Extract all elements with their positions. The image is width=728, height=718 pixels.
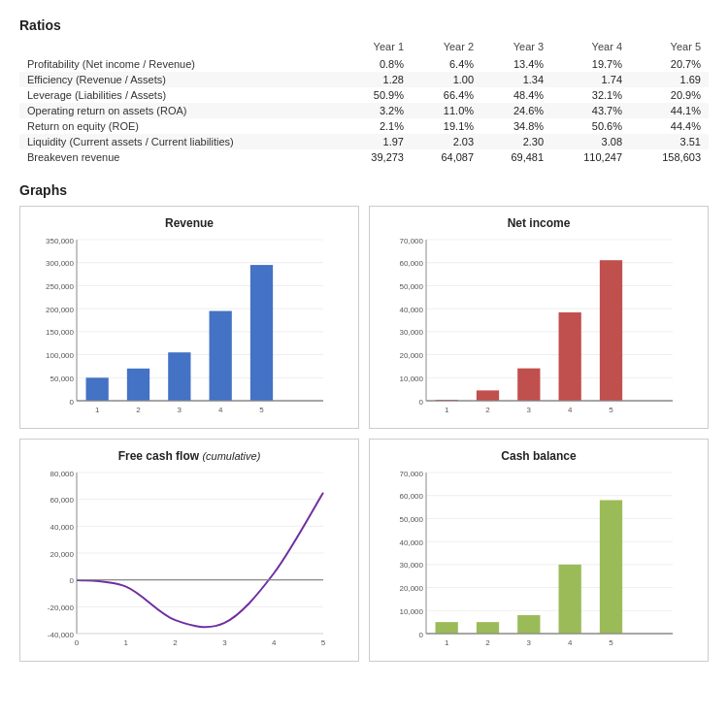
svg-rect-19 [168,352,190,401]
ratio-value: 19.7% [551,56,630,72]
ratio-value: 44.1% [630,103,709,118]
svg-rect-98 [517,615,540,634]
free-cash-flow-chart-title: Free cash flow (cumulative) [30,449,348,463]
svg-rect-48 [559,312,581,401]
svg-text:20,000: 20,000 [400,584,424,593]
svg-rect-20 [210,311,232,401]
ratio-value: 1.69 [630,72,709,87]
ratios-col-year5: Year 5 [630,39,709,56]
svg-text:300,000: 300,000 [46,259,74,268]
ratios-col-year4: Year 4 [551,39,630,56]
ratio-value: 48.4% [481,87,551,103]
ratio-value: 2.03 [412,134,481,149]
ratio-value: 64,087 [412,149,481,165]
svg-text:4: 4 [568,406,573,414]
page: Ratios Year 1 Year 2 Year 3 Year 4 Year … [0,0,728,718]
ratio-value: 110,247 [551,149,630,165]
svg-text:5: 5 [609,406,613,414]
ratio-value: 24.6% [481,103,551,118]
svg-text:40,000: 40,000 [400,538,424,547]
svg-text:1: 1 [95,406,100,414]
ratio-label: Leverage (Liabilities / Assets) [19,87,342,103]
revenue-chart: 050,000100,000150,000200,000250,000300,0… [30,236,331,420]
svg-text:2: 2 [485,638,490,647]
svg-text:50,000: 50,000 [400,515,424,524]
ratio-value: 43.7% [551,103,630,118]
svg-text:30,000: 30,000 [400,561,424,570]
svg-text:-40,000: -40,000 [48,631,75,639]
table-row: Leverage (Liabilities / Assets)50.9%66.4… [19,87,709,103]
svg-rect-96 [436,622,458,634]
ratio-value: 3.08 [551,134,630,149]
ratio-value: 1.28 [342,72,412,87]
ratio-value: 158,603 [630,149,709,165]
table-row: Profitability (Net income / Revenue)0.8%… [19,56,709,72]
table-row: Breakeven revenue39,27364,08769,481110,2… [19,149,709,165]
svg-text:60,000: 60,000 [400,492,424,501]
ratio-label: Profitability (Net income / Revenue) [19,56,342,72]
svg-text:40,000: 40,000 [50,523,75,532]
svg-text:10,000: 10,000 [400,375,424,383]
ratio-value: 39,273 [342,149,412,165]
ratio-value: 13.4% [481,56,551,72]
svg-rect-49 [600,260,622,401]
ratios-col-year2: Year 2 [412,39,481,56]
free-cash-flow-chart: -40,000-20,000020,00040,00060,00080,000 … [30,469,331,653]
ratio-value: 20.7% [630,56,709,72]
ratio-value: 3.51 [630,134,709,149]
graphs-grid: Revenue 050,000100,000150,000200,000250,… [19,206,709,662]
svg-text:20,000: 20,000 [50,550,75,559]
ratio-value: 50.6% [551,118,630,134]
svg-text:3: 3 [178,406,182,414]
svg-text:4: 4 [272,638,277,647]
svg-text:0: 0 [70,398,75,407]
svg-text:3: 3 [222,638,227,647]
ratios-title: Ratios [19,17,709,33]
table-row: Return on equity (ROE)2.1%19.1%34.8%50.6… [19,118,709,134]
svg-text:250,000: 250,000 [46,282,74,291]
ratio-value: 1.74 [551,72,630,87]
ratio-label: Operating return on assets (ROA) [19,103,342,118]
svg-rect-21 [250,265,273,401]
svg-text:20,000: 20,000 [400,351,424,360]
svg-text:-20,000: -20,000 [48,604,75,612]
ratio-value: 20.9% [630,87,709,103]
ratio-value: 69,481 [481,149,551,165]
svg-text:70,000: 70,000 [400,470,424,478]
svg-text:3: 3 [527,406,532,414]
svg-text:30,000: 30,000 [400,328,424,337]
svg-text:1: 1 [445,638,449,647]
graphs-title: Graphs [19,182,709,198]
ratio-value: 0.8% [342,56,412,72]
svg-text:0: 0 [419,631,424,639]
ratio-label: Return on equity (ROE) [19,118,342,134]
svg-text:60,000: 60,000 [400,259,424,268]
ratio-value: 34.8% [481,118,551,134]
revenue-chart-box: Revenue 050,000100,000150,000200,000250,… [19,206,359,429]
ratio-value: 19.1% [412,118,481,134]
ratio-value: 32.1% [551,87,630,103]
svg-text:2: 2 [485,406,490,414]
table-row: Operating return on assets (ROA)3.2%11.0… [19,103,709,118]
graphs-section: Graphs Revenue 050,000100,000150,000200,… [19,182,709,662]
svg-text:350,000: 350,000 [46,237,74,245]
svg-text:80,000: 80,000 [50,470,75,478]
svg-rect-17 [86,377,109,401]
svg-text:150,000: 150,000 [46,328,74,337]
svg-text:0: 0 [419,398,424,407]
svg-text:5: 5 [609,638,613,647]
svg-text:2: 2 [173,638,178,647]
svg-text:100,000: 100,000 [46,351,74,360]
svg-text:0: 0 [75,638,80,647]
ratio-value: 1.34 [481,72,551,87]
ratio-label: Liquidity (Current assets / Current liab… [19,134,342,149]
svg-text:4: 4 [568,638,573,647]
ratio-value: 66.4% [412,87,481,103]
svg-text:50,000: 50,000 [50,375,75,383]
ratios-col-year3: Year 3 [481,39,551,56]
ratio-value: 50.9% [342,87,412,103]
free-cash-flow-chart-box: Free cash flow (cumulative) -40,000-20,0… [19,439,359,662]
svg-rect-18 [127,369,149,401]
ratio-value: 1.97 [342,134,412,149]
ratio-value: 11.0% [412,103,481,118]
